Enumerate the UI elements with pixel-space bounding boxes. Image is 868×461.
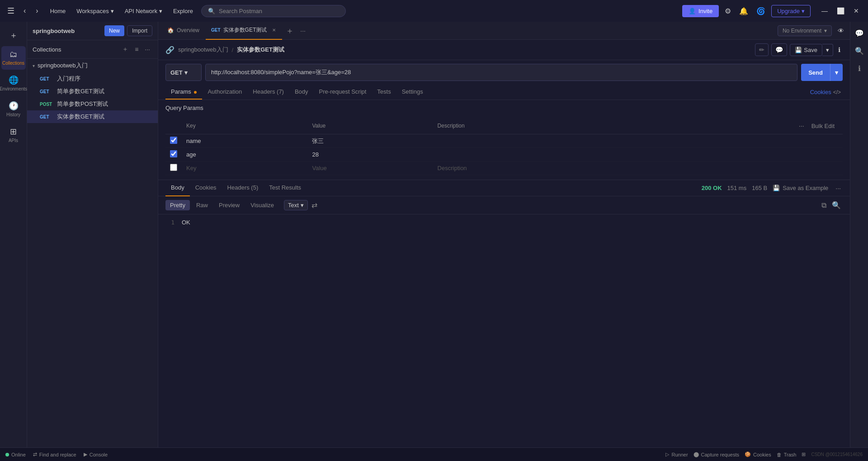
param-desc-0[interactable] [433,134,843,148]
grid-button[interactable]: ⊞ [802,451,806,457]
param-key-0[interactable]: name [182,134,307,148]
forward-button[interactable]: › [33,5,41,17]
runner-button[interactable]: ▷ Runner [665,451,688,457]
tab-request-active[interactable]: GET 实体参数GET测试 ✕ [206,22,282,40]
format-tab-pretty[interactable]: Pretty [165,200,190,210]
right-comments-button[interactable]: 💬 [851,25,868,41]
param-key-1[interactable]: age [182,148,307,162]
resp-tab-headers[interactable]: Headers (5) [222,180,264,196]
minimize-button[interactable]: — [818,5,831,16]
new-button[interactable]: New [104,25,124,36]
format-select-dropdown[interactable]: Text ▾ [284,200,308,210]
home-nav[interactable]: Home [46,5,71,17]
save-dropdown-button[interactable]: ▾ [822,44,833,56]
tab-body[interactable]: Body [289,85,314,100]
explore-nav[interactable]: Explore [169,5,198,17]
maximize-button[interactable]: ⬜ [833,5,848,16]
param-value-1[interactable]: 28 [307,148,433,162]
tab-settings[interactable]: Settings [396,85,429,100]
params-code-toggle[interactable]: </> [831,86,843,99]
breadcrumb-current: 实体参数GET测试 [237,46,284,54]
workspaces-nav[interactable]: Workspaces ▾ [72,5,118,17]
info-button[interactable]: ℹ [836,44,843,56]
capture-requests-button[interactable]: ⬤ Capture requests [693,451,739,457]
placeholder-value[interactable]: Value [307,162,433,175]
panel-sort-button[interactable]: ≡ [132,44,141,55]
tab-params[interactable]: Params [165,85,202,100]
collection-group-header[interactable]: ▾ springbootweb入门 [27,59,158,72]
settings-button[interactable]: ⚙ [722,5,733,18]
right-info-button[interactable]: ℹ [851,61,868,76]
hamburger-button[interactable]: ☰ [5,4,16,18]
back-button[interactable]: ‹ [21,5,28,17]
tab-add-button[interactable]: ＋ [283,25,297,36]
search-input[interactable] [219,8,339,14]
placeholder-key[interactable]: Key [182,162,307,175]
resp-tab-cookies[interactable]: Cookies [190,180,222,196]
collection-item-name-3: 实体参数GET测试 [57,113,104,121]
send-button[interactable]: Send [801,64,830,81]
comment-button[interactable]: 💬 [771,43,787,56]
invite-button[interactable]: 👤 Invite [682,5,719,17]
wrap-lines-button[interactable]: ⇄ [310,199,319,211]
tab-pre-request[interactable]: Pre-request Script [314,85,372,100]
copy-response-button[interactable]: ⧉ [820,199,828,211]
send-dropdown-button[interactable]: ▾ [830,64,843,81]
edit-button[interactable]: ✏ [755,43,769,56]
format-tab-visualize[interactable]: Visualize [246,200,278,210]
panel-add-button[interactable]: ＋ [120,44,131,55]
response-more-button[interactable]: ··· [834,185,843,192]
params-more-button[interactable]: ··· [797,120,806,131]
tab-more-button[interactable]: ··· [297,27,308,34]
panel-more-button[interactable]: ··· [142,44,152,55]
save-button[interactable]: 💾 Save [790,44,822,56]
avatar-button[interactable]: 🌀 [754,5,768,18]
bulk-edit-button[interactable]: Bulk Edit [808,121,838,131]
console-button[interactable]: ▶ Console [84,451,108,457]
search-box[interactable]: 🔍 [201,5,346,17]
collection-item-1[interactable]: GET 简单参数GET测试 [27,85,158,98]
close-button[interactable]: ✕ [850,5,863,16]
format-tab-raw[interactable]: Raw [192,200,212,210]
notifications-button[interactable]: 🔔 [737,5,750,18]
tab-close-button[interactable]: ✕ [271,27,277,33]
resp-tab-test-results[interactable]: Test Results [264,180,307,196]
url-input[interactable] [205,64,797,81]
param-desc-1[interactable] [433,148,843,162]
cookies-status-button[interactable]: 🍪 Cookies [745,451,771,457]
tab-tests[interactable]: Tests [372,85,396,100]
search-response-button[interactable]: 🔍 [830,199,843,211]
collection-item-3[interactable]: GET 实体参数GET测试 [27,110,158,123]
sidebar-item-apis[interactable]: ⊞ APIs [1,123,26,147]
placeholder-desc[interactable]: Description [433,162,843,175]
collection-item-0[interactable]: GET 入门程序 [27,72,158,85]
param-checkbox-0[interactable] [170,137,177,144]
sidebar-new-button[interactable]: ＋ [1,26,26,44]
method-selector[interactable]: GET ▾ [165,64,202,81]
sidebar-item-history[interactable]: 🕐 History [1,97,26,121]
collection-item-2[interactable]: POST 简单参数POST测试 [27,98,158,110]
right-search-button[interactable]: 🔍 [851,43,868,59]
find-replace-button[interactable]: ⇄ Find and replace [33,451,76,457]
placeholder-checkbox[interactable] [170,164,177,171]
environment-chevron: ▾ [824,28,827,34]
sidebar-item-collections[interactable]: 🗂 Collections [1,46,26,70]
tab-authorization[interactable]: Authorization [202,85,247,100]
param-checkbox-1[interactable] [170,150,177,157]
save-example-button[interactable]: 💾 Save as Example [773,185,828,191]
sidebar-item-environments[interactable]: 🌐 Environments [1,71,26,95]
cookies-link[interactable]: Cookies [810,85,831,99]
environment-icon-button[interactable]: 👁 [835,25,846,37]
import-button[interactable]: Import [127,25,152,36]
trash-button[interactable]: 🗑 Trash [777,452,797,457]
online-status[interactable]: Online [5,452,26,457]
format-tab-preview[interactable]: Preview [214,200,244,210]
tab-headers[interactable]: Headers (7) [247,85,289,100]
api-network-nav[interactable]: API Network ▾ [120,5,167,17]
titlebar-left: ☰ ‹ › Home Workspaces ▾ API Network ▾ Ex… [5,4,198,18]
tab-overview[interactable]: 🏠 Overview [162,22,205,40]
upgrade-button[interactable]: Upgrade ▾ [771,5,811,17]
resp-tab-body[interactable]: Body [165,180,190,196]
environment-dropdown[interactable]: No Environment ▾ [778,25,832,36]
param-value-0[interactable]: 张三 [307,134,433,148]
